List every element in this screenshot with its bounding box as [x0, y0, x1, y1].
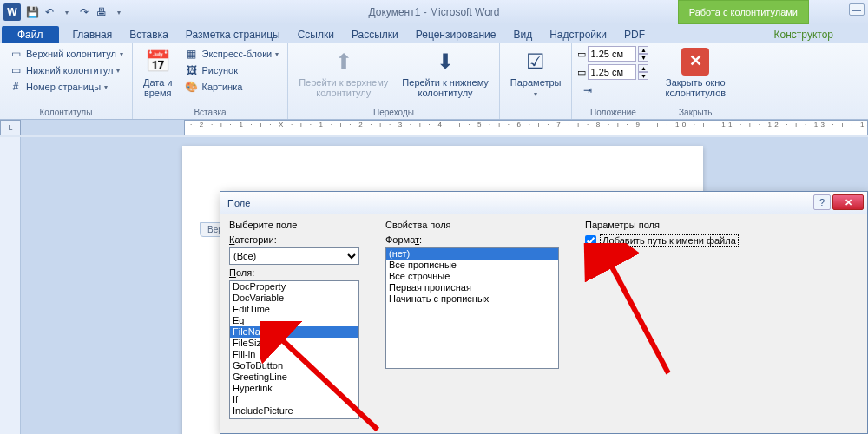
field-dialog: Поле ? ✕ Выберите поле Категории: (Все) … — [220, 191, 868, 434]
field-item[interactable]: GreetingLine — [230, 372, 358, 383]
app-icon: W — [3, 3, 21, 21]
group-label-nav: Переходы — [293, 106, 494, 119]
format-item[interactable]: Все прописные — [386, 260, 558, 271]
format-listbox[interactable]: (нет)Все прописныеВсе строчныеПервая про… — [385, 247, 559, 369]
picture-icon: 🖼 — [185, 63, 199, 77]
fields-listbox[interactable]: DocPropertyDocVariableEditTimeEqFileName… — [229, 280, 359, 419]
add-path-label[interactable]: Добавить путь к имени файла — [600, 234, 739, 247]
tab-view[interactable]: Вид — [510, 26, 536, 43]
tab-mailings[interactable]: Рассылки — [348, 26, 402, 43]
format-item[interactable]: (нет) — [386, 248, 558, 260]
goto-top-button[interactable]: ⬆ Перейти к верхнему колонтитулу — [293, 46, 393, 100]
tab-home[interactable]: Главная — [69, 26, 116, 43]
tab-layout[interactable]: Разметка страницы — [182, 26, 284, 43]
field-item[interactable]: DocProperty — [230, 281, 358, 293]
top-header-button[interactable]: ▭Верхний колонтитул▾ — [5, 46, 127, 62]
tab-pdf[interactable]: PDF — [621, 26, 648, 43]
save-icon[interactable]: 💾 — [24, 4, 40, 20]
ruler-corner[interactable]: L — [0, 120, 21, 135]
add-path-checkbox[interactable] — [585, 235, 596, 247]
redo-icon[interactable]: ↷ — [76, 4, 92, 20]
spin-down[interactable]: ▼ — [638, 72, 648, 80]
field-item[interactable]: DocVariable — [230, 293, 358, 304]
clipart-icon: 🎨 — [185, 80, 199, 94]
spin-down[interactable]: ▼ — [638, 54, 648, 62]
group-position: ▭ ▲▼ ▭ ▲▼ ⇥ Положение — [572, 43, 654, 119]
field-item[interactable]: IncludePicture — [230, 405, 358, 417]
field-item[interactable]: GoToButton — [230, 360, 358, 372]
bottom-header-button[interactable]: ▭Нижний колонтитул▾ — [5, 62, 127, 78]
goto-top-icon: ⬆ — [330, 48, 358, 76]
close-hf-button[interactable]: ✕ Закрыть окно колонтитулов — [660, 46, 731, 100]
pagenum-icon: # — [9, 80, 23, 94]
field-item[interactable]: FileName — [230, 326, 358, 338]
params-button[interactable]: ☑ Параметры▾ — [505, 46, 567, 101]
tab-review[interactable]: Рецензирование — [412, 26, 500, 43]
minimize-button[interactable]: — — [849, 3, 865, 16]
close-icon: ✕ — [681, 48, 709, 76]
datetime-button[interactable]: 📅 Дата и время — [138, 46, 178, 100]
format-item[interactable]: Начинать с прописных — [386, 293, 558, 305]
help-button[interactable]: ? — [813, 194, 831, 210]
tab-references[interactable]: Ссылки — [294, 26, 338, 43]
vertical-ruler[interactable] — [0, 137, 21, 434]
group-navigation: ⬆ Перейти к верхнему колонтитулу ⬇ Перей… — [288, 43, 500, 119]
col-head-params: Параметры поля — [585, 220, 858, 230]
margin-bottom-input[interactable] — [588, 64, 636, 80]
calendar-icon: 📅 — [144, 48, 172, 76]
tab-constructor[interactable]: Конструктор — [771, 26, 837, 43]
tab-insert[interactable]: Вставка — [126, 26, 172, 43]
group-label-close: Закрыть — [660, 106, 731, 119]
dialog-col-props: Свойства поля Формат: (нет)Все прописные… — [385, 220, 568, 419]
header-icon: ▭ — [9, 47, 23, 61]
undo-more-icon[interactable]: ▾ — [59, 4, 75, 20]
fields-label: П — [229, 267, 236, 278]
spin-up[interactable]: ▲ — [638, 46, 648, 54]
quickparts-button[interactable]: ▦Экспресс-блоки▾ — [181, 46, 283, 62]
field-item[interactable]: EditTime — [230, 304, 358, 315]
document-title: Документ1 - Microsoft Word — [368, 6, 499, 18]
horizontal-ruler[interactable]: · 2 · ı · 1 · ı · X · ı · 1 · ı · 2 · ı … — [184, 120, 868, 135]
title-bar: W 💾 ↶ ▾ ↷ 🖶 ▾ Документ1 - Microsoft Word… — [0, 0, 868, 24]
group-params: ☑ Параметры▾ — [500, 43, 573, 119]
qat-more-icon[interactable]: ▾ — [111, 4, 127, 20]
tab-file[interactable]: Файл — [2, 26, 59, 43]
print-icon[interactable]: 🖶 — [94, 4, 109, 20]
categories-label: атегории: — [234, 234, 276, 245]
insert-tab-button[interactable]: ⇥ — [577, 82, 648, 98]
page-number-button[interactable]: #Номер страницы▾ — [5, 79, 127, 95]
field-item[interactable]: Eq — [230, 315, 358, 326]
col-head-select: Выберите поле — [229, 220, 368, 230]
group-insert: 📅 Дата и время ▦Экспресс-блоки▾ 🖼Рисунок… — [133, 43, 288, 119]
field-item[interactable]: IncludeText — [230, 417, 358, 419]
format-item[interactable]: Все строчные — [386, 271, 558, 282]
group-label-headers: Колонтитулы — [5, 106, 127, 119]
goto-bottom-button[interactable]: ⬇ Перейти к нижнему колонтитулу — [397, 46, 493, 100]
block-icon: ▦ — [185, 47, 199, 61]
dialog-title-bar[interactable]: Поле ? ✕ — [220, 192, 867, 214]
group-label-insert: Вставка — [138, 106, 282, 119]
field-item[interactable]: FileSize — [230, 338, 358, 349]
categories-combo[interactable]: (Все) — [229, 247, 359, 265]
dialog-title: Поле — [227, 198, 250, 208]
field-item[interactable]: If — [230, 394, 358, 405]
group-label-position: Положение — [577, 106, 648, 119]
quick-access-toolbar: 💾 ↶ ▾ ↷ 🖶 ▾ — [24, 4, 127, 20]
context-tab-badge: Работа с колонтитулами — [678, 0, 809, 24]
ribbon-tabs: Файл Главная Вставка Разметка страницы С… — [0, 24, 868, 43]
group-headers: ▭Верхний колонтитул▾ ▭Нижний колонтитул▾… — [0, 43, 133, 119]
picture-button[interactable]: 🖼Рисунок — [181, 62, 283, 78]
format-item[interactable]: Первая прописная — [386, 282, 558, 293]
margin-top-input[interactable] — [588, 46, 636, 62]
group-close: ✕ Закрыть окно колонтитулов Закрыть — [654, 43, 736, 119]
field-item[interactable]: Hyperlink — [230, 383, 358, 394]
field-item[interactable]: Fill-in — [230, 349, 358, 360]
undo-icon[interactable]: ↶ — [42, 4, 57, 20]
close-button[interactable]: ✕ — [832, 194, 864, 210]
tab-addins[interactable]: Надстройки — [546, 26, 610, 43]
ruler-row: L · 2 · ı · 1 · ı · X · ı · 1 · ı · 2 · … — [0, 120, 868, 135]
goto-bottom-icon: ⬇ — [431, 48, 459, 76]
clipart-button[interactable]: 🎨Картинка — [181, 79, 283, 95]
spin-up[interactable]: ▲ — [638, 64, 648, 72]
margin-top-icon: ▭ — [577, 49, 586, 60]
